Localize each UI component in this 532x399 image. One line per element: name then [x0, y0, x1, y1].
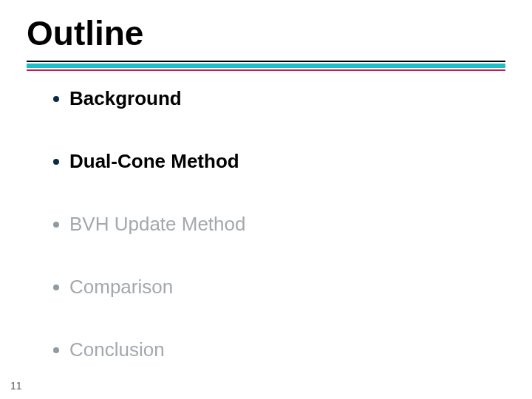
bullet-icon — [53, 96, 59, 102]
divider-accent-cyan — [27, 64, 505, 68]
bullet-icon — [53, 284, 59, 290]
list-item: Background — [53, 87, 245, 110]
list-item-label: Conclusion — [69, 338, 165, 361]
list-item-label: Background — [69, 87, 182, 110]
divider-accent-magenta — [27, 69, 505, 71]
bullet-icon — [53, 347, 59, 353]
list-item-label: Comparison — [69, 276, 173, 299]
page-title: Outline — [27, 13, 143, 53]
bullet-icon — [53, 159, 59, 165]
outline-list: Background Dual-Cone Method BVH Update M… — [53, 87, 245, 399]
list-item-label: Dual-Cone Method — [69, 150, 239, 173]
list-item: Comparison — [53, 276, 245, 299]
bullet-icon — [53, 222, 59, 228]
list-item: Dual-Cone Method — [53, 150, 245, 173]
list-item: BVH Update Method — [53, 213, 245, 236]
divider-top — [27, 61, 505, 62]
slide: Outline Background Dual-Cone Method BVH … — [0, 0, 532, 399]
page-number: 11 — [10, 380, 22, 392]
list-item: Conclusion — [53, 338, 245, 361]
list-item-label: BVH Update Method — [69, 213, 245, 236]
